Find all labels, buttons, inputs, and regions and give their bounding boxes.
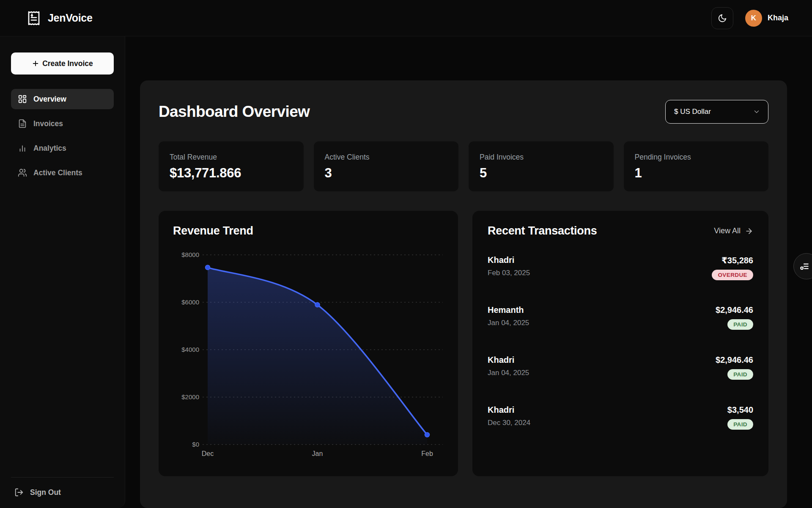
sign-out-label: Sign Out: [30, 488, 61, 497]
stat-value: 5: [480, 166, 603, 181]
create-invoice-label: Create Invoice: [42, 59, 93, 68]
sign-out-button[interactable]: Sign Out: [11, 488, 114, 497]
view-all-link[interactable]: View All: [714, 226, 753, 235]
sidebar-item-analytics[interactable]: Analytics: [11, 138, 114, 158]
transaction-row[interactable]: Khadri Dec 30, 2024 $3,540 PAID: [488, 405, 753, 442]
chart-area: [208, 268, 427, 444]
user-name: Khaja: [768, 14, 788, 22]
transaction-client: Khadri: [488, 405, 530, 415]
sidebar-item-invoices[interactable]: Invoices: [11, 113, 114, 134]
receipt-icon: [26, 11, 41, 26]
svg-text:$6000: $6000: [181, 298, 199, 306]
stat-value: 1: [635, 166, 758, 181]
moon-icon: [718, 14, 727, 23]
svg-text:$2000: $2000: [181, 393, 199, 400]
svg-text:$8000: $8000: [181, 251, 199, 258]
chart-point: [425, 432, 430, 437]
list-panel-icon: [798, 261, 809, 272]
chart-point: [315, 302, 320, 307]
transaction-client: Khadri: [488, 355, 529, 365]
svg-text:$0: $0: [192, 441, 199, 448]
stat-card-pending-invoices: Pending Invoices 1: [624, 141, 769, 191]
plus-icon: [32, 60, 39, 67]
currency-select[interactable]: $ US Dollar: [665, 100, 768, 124]
transaction-date: Feb 03, 2025: [488, 269, 530, 277]
logout-icon: [14, 488, 24, 497]
transactions-title: Recent Transactions: [488, 224, 597, 237]
svg-text:$4000: $4000: [181, 346, 199, 353]
stat-label: Active Clients: [325, 153, 448, 162]
currency-select-value: $ US Dollar: [674, 108, 711, 116]
status-badge: PAID: [727, 369, 753, 380]
user-menu[interactable]: K Khaja: [745, 10, 788, 27]
transaction-row[interactable]: Hemanth Jan 04, 2025 $2,946.46 PAID: [488, 305, 753, 342]
sidebar: Create Invoice Overview Invoices Analyti…: [0, 36, 125, 508]
transaction-date: Dec 30, 2024: [488, 419, 530, 427]
stat-value: 3: [325, 166, 448, 181]
sidebar-item-label: Analytics: [33, 144, 66, 153]
transaction-date: Jan 04, 2025: [488, 319, 529, 327]
sidebar-item-overview[interactable]: Overview: [11, 89, 114, 109]
status-badge: PAID: [727, 419, 753, 430]
app-logo: JenVoice: [26, 11, 93, 26]
chevron-down-icon: [753, 108, 760, 116]
create-invoice-button[interactable]: Create Invoice: [11, 52, 114, 75]
chart-title: Revenue Trend: [173, 224, 444, 237]
layout-dashboard-icon: [18, 94, 27, 104]
svg-text:Feb: Feb: [421, 450, 433, 457]
sidebar-item-label: Invoices: [33, 119, 63, 128]
transaction-amount: $2,946.46: [716, 355, 753, 365]
transaction-client: Hemanth: [488, 305, 529, 315]
recent-transactions-card: Recent Transactions View All Khadri Feb …: [472, 211, 768, 476]
sidebar-footer: Sign Out: [11, 477, 114, 497]
transaction-row[interactable]: Khadri Feb 03, 2025 ₹35,286 OVERDUE: [488, 255, 753, 293]
transactions-list: Khadri Feb 03, 2025 ₹35,286 OVERDUE Hema…: [488, 255, 753, 442]
page-title: Dashboard Overview: [159, 103, 310, 121]
users-icon: [18, 168, 27, 177]
stat-card-active-clients: Active Clients 3: [314, 141, 459, 191]
stat-card-total-revenue: Total Revenue $13,771.866: [159, 141, 304, 191]
transaction-amount: ₹35,286: [721, 255, 753, 265]
svg-text:Dec: Dec: [202, 450, 214, 457]
stat-value: $13,771.866: [170, 166, 293, 181]
transaction-amount: $2,946.46: [716, 305, 753, 315]
sidebar-item-label: Active Clients: [33, 168, 82, 177]
transaction-amount: $3,540: [727, 405, 753, 415]
status-badge: PAID: [727, 319, 753, 330]
stat-label: Paid Invoices: [480, 153, 603, 162]
svg-text:Jan: Jan: [312, 450, 323, 457]
theme-toggle-button[interactable]: [711, 7, 733, 29]
sidebar-item-active-clients[interactable]: Active Clients: [11, 163, 114, 183]
stat-label: Pending Invoices: [635, 153, 758, 162]
sidebar-item-label: Overview: [33, 95, 66, 104]
avatar: K: [745, 10, 762, 27]
stat-label: Total Revenue: [170, 153, 293, 162]
transaction-client: Khadri: [488, 255, 530, 265]
top-header: JenVoice K Khaja: [0, 0, 812, 36]
chart-x-labels: DecJanFeb: [202, 450, 433, 457]
stats-row: Total Revenue $13,771.866 Active Clients…: [159, 141, 768, 191]
chart-y-labels: $0$2000$4000$6000$8000: [181, 251, 199, 448]
stat-card-paid-invoices: Paid Invoices 5: [469, 141, 614, 191]
arrow-right-icon: [745, 227, 753, 235]
status-badge: OVERDUE: [712, 270, 753, 280]
transaction-row[interactable]: Khadri Jan 04, 2025 $2,946.46 PAID: [488, 355, 753, 392]
view-all-label: View All: [714, 226, 741, 235]
transaction-date: Jan 04, 2025: [488, 369, 529, 377]
revenue-chart: $0$2000$4000$6000$8000DecJanFeb: [173, 242, 444, 462]
sidebar-nav: Overview Invoices Analytics Active Clien…: [11, 89, 114, 183]
chart-point: [206, 265, 210, 270]
main-panel: Dashboard Overview $ US Dollar Total Rev…: [140, 80, 787, 508]
file-text-icon: [18, 119, 27, 128]
bar-chart-icon: [18, 144, 27, 153]
brand-name: JenVoice: [48, 12, 93, 24]
revenue-trend-card: Revenue Trend $0$2000$4000$6000$8000DecJ…: [159, 211, 458, 476]
